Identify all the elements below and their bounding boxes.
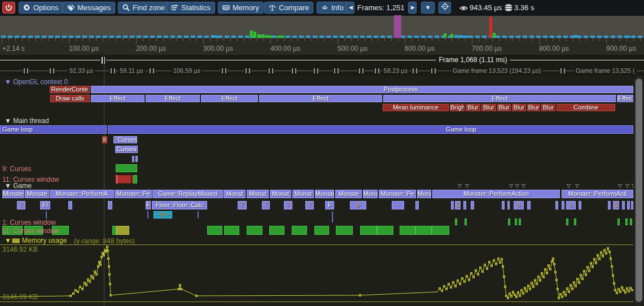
zone-bar[interactable] [507,201,510,209]
zone-bar[interactable] [627,201,630,209]
zone-8[interactable]: 8 [514,201,524,209]
zone-curses[interactable]: ~Curses [113,136,137,143]
zone-bar[interactable] [118,175,131,183]
zone-postprocess[interactable]: Postprocess [91,86,633,93]
zone-bar[interactable] [415,226,432,235]
zone-bar[interactable] [292,226,307,235]
zone-7[interactable]: 7 [284,201,292,209]
zone-bar[interactable] [224,226,239,235]
zone-effect[interactable]: Effect [91,95,144,102]
zone-bar[interactable] [451,201,454,209]
zone-8[interactable]: 8 [350,201,366,209]
zone-bar[interactable] [314,226,329,235]
zone-effect[interactable]: Effect [259,95,382,102]
zone-3[interactable]: 3 [613,201,619,209]
zone-mons[interactable]: Mons [363,190,378,198]
zone-game-loop[interactable]: Game loop [108,125,633,134]
zone-monster-pe[interactable]: Monster::Pe [379,190,416,198]
zone-mons[interactable]: Mons [417,190,431,198]
zone-bar[interactable] [465,218,467,225]
zone-blur[interactable]: Blur [541,104,555,111]
zone-monster-pe[interactable]: Monster::Pe [115,190,152,198]
zone-bar[interactable] [360,226,377,235]
zone-bar[interactable] [502,201,505,209]
zone-blur[interactable]: Blur [481,104,496,111]
zone-combine[interactable]: Combine [557,104,615,111]
zone-bar[interactable] [68,201,72,209]
scrollbar-thumb[interactable] [636,78,642,302]
zone-bar[interactable] [207,226,222,235]
zone-f[interactable]: F [146,201,151,209]
zone-bar[interactable] [555,201,558,209]
zone-8[interactable]: 8 [566,201,576,209]
zone-bar[interactable] [269,226,284,235]
zone-bar[interactable] [566,218,568,225]
zone-effect[interactable]: Effect [201,95,258,102]
zone-7[interactable]: 7 [262,201,270,209]
zone-bar[interactable] [415,201,419,209]
zone-bar[interactable] [579,201,581,209]
section-header-game[interactable]: ▼ Game [5,182,32,190]
zone-monste[interactable]: Monste [335,190,362,198]
zone-bar[interactable] [133,175,137,183]
zone-bar[interactable] [515,218,517,225]
zone-5[interactable]: 5 [455,201,461,209]
zone-bar[interactable] [471,201,474,209]
zone--[interactable]: ~ [108,201,112,209]
zone-blur[interactable]: Blur [512,104,526,111]
zone-bar[interactable] [617,218,620,225]
zone-effec[interactable]: Effec [617,95,633,102]
zone-bar[interactable] [247,226,262,235]
zone-bar[interactable] [455,218,457,225]
zone-monster-performacti[interactable]: Monster::PerformActi [562,190,633,198]
zone-ti[interactable]: ti [102,136,107,143]
zone-bar[interactable] [608,201,611,209]
zone-effect[interactable]: Effect [383,95,616,102]
zone-bar[interactable] [508,218,510,225]
zone-monst[interactable]: Monst [247,190,269,198]
zone-bar[interactable] [622,201,625,209]
zone-fl[interactable]: Fl [40,201,50,209]
zone-brigh[interactable]: Brigh [450,104,465,111]
zone-bar[interactable] [625,218,628,225]
zone-bar[interactable] [631,201,633,209]
zone-mean-luminance[interactable]: Mean luminance [383,104,449,111]
zone-monste[interactable]: Monste [25,190,49,198]
zone-effect[interactable]: Effect [146,95,200,102]
zone-bar[interactable] [116,226,129,235]
zone-blur[interactable]: Blur [466,104,480,111]
zone-f[interactable]: F [325,201,334,209]
zone-bar[interactable] [132,156,134,162]
zone-draw-calls[interactable]: Draw calls [50,95,90,102]
zone-bar[interactable] [574,218,576,225]
zone-monster-performaction[interactable]: Monster::PerformAction [432,190,560,198]
zone-monst[interactable]: Monst [224,190,246,198]
zone-floor-floor-calc[interactable]: Floor::Floor::Calc [152,201,207,209]
zone-bar[interactable] [116,164,137,172]
zone-bar[interactable] [432,226,449,235]
zone-bar[interactable] [336,226,353,235]
zone-bar[interactable] [463,201,466,209]
zone-monste[interactable]: Monste [2,190,24,198]
section-header-opengl-context[interactable]: ▼ OpenGL context 0 [5,78,68,86]
zone-bar[interactable] [630,218,632,225]
zone-blur[interactable]: Blur [497,104,511,111]
zone-monst[interactable]: Monst [270,190,291,198]
zone-monste[interactable]: Monste [315,190,334,198]
zone-game-loop[interactable]: Game loop [0,125,107,134]
zone-7[interactable]: 7 [305,201,314,209]
zone-bar[interactable] [112,226,116,235]
zone-monst[interactable]: Monst [292,190,314,198]
zone-blur[interactable]: Blur [527,104,540,111]
section-header-main-thread[interactable]: ▼ Main thread [5,117,49,125]
zone-monster-performa[interactable]: Monster::PerformA [50,190,114,198]
zone-bar[interactable] [400,226,415,235]
zone-renderconte[interactable]: RenderConte [50,86,90,93]
zone-bar[interactable] [527,201,531,209]
zone-curses[interactable]: Curses [115,146,138,153]
zone-bar[interactable] [562,201,564,209]
zone-bar[interactable] [135,156,138,162]
zone-bar[interactable] [519,218,521,225]
zone-game-replaymissed[interactable]: Game::ReplayMissed [152,190,223,198]
zone--[interactable]: ~ [392,201,404,209]
